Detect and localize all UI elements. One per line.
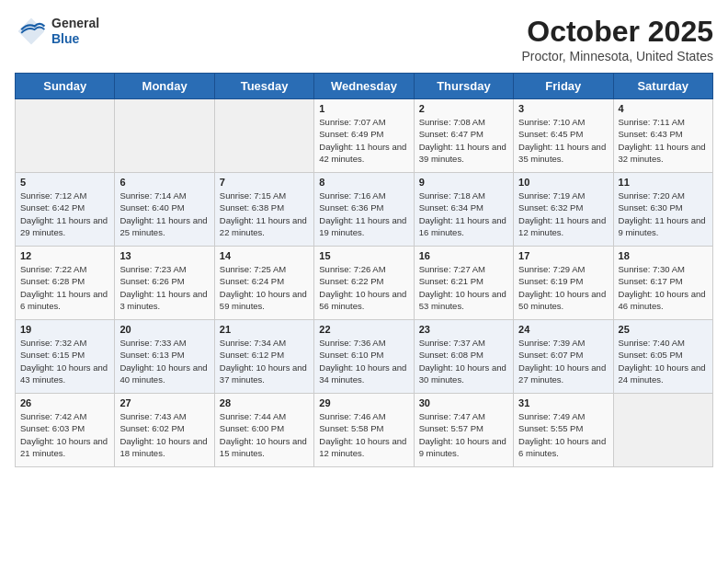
day-info: Sunrise: 7:07 AM Sunset: 6:49 PM Dayligh… (319, 116, 408, 165)
weekday-header: Wednesday (314, 74, 414, 99)
day-info: Sunrise: 7:10 AM Sunset: 6:45 PM Dayligh… (518, 116, 608, 165)
title-block: October 2025 Proctor, Minnesota, United … (521, 15, 713, 63)
day-number: 26 (20, 397, 109, 408)
day-info: Sunrise: 7:27 AM Sunset: 6:21 PM Dayligh… (419, 263, 508, 312)
calendar-subtitle: Proctor, Minnesota, United States (521, 49, 713, 63)
day-number: 15 (319, 250, 408, 261)
day-info: Sunrise: 7:22 AM Sunset: 6:28 PM Dayligh… (20, 263, 109, 312)
day-info: Sunrise: 7:40 AM Sunset: 6:05 PM Dayligh… (619, 337, 708, 385)
day-number: 28 (220, 397, 309, 408)
calendar-day-cell (16, 99, 115, 173)
calendar-day-cell: 13Sunrise: 7:23 AM Sunset: 6:26 PM Dayli… (115, 247, 214, 320)
day-info: Sunrise: 7:42 AM Sunset: 6:03 PM Dayligh… (20, 410, 109, 459)
calendar-day-cell: 21Sunrise: 7:34 AM Sunset: 6:12 PM Dayli… (214, 320, 313, 394)
page-header: General Blue October 2025 Proctor, Minne… (15, 15, 713, 63)
calendar-day-cell: 14Sunrise: 7:25 AM Sunset: 6:24 PM Dayli… (214, 247, 313, 320)
day-number: 30 (419, 397, 508, 408)
calendar-day-cell: 9Sunrise: 7:18 AM Sunset: 6:34 PM Daylig… (414, 173, 513, 247)
calendar-day-cell (613, 394, 712, 467)
weekday-header: Tuesday (214, 74, 313, 99)
day-number: 23 (419, 324, 508, 335)
day-info: Sunrise: 7:26 AM Sunset: 6:22 PM Dayligh… (319, 263, 408, 312)
calendar-day-cell: 2Sunrise: 7:08 AM Sunset: 6:47 PM Daylig… (414, 99, 513, 173)
calendar-day-cell: 6Sunrise: 7:14 AM Sunset: 6:40 PM Daylig… (115, 173, 214, 247)
weekday-header: Friday (514, 74, 613, 99)
day-info: Sunrise: 7:25 AM Sunset: 6:24 PM Dayligh… (220, 263, 309, 312)
weekday-header: Sunday (16, 74, 115, 99)
day-number: 20 (119, 324, 209, 335)
day-number: 2 (419, 103, 508, 114)
day-info: Sunrise: 7:46 AM Sunset: 5:58 PM Dayligh… (319, 410, 408, 459)
day-number: 11 (619, 177, 708, 188)
calendar-day-cell: 3Sunrise: 7:10 AM Sunset: 6:45 PM Daylig… (514, 99, 613, 173)
calendar-week-row: 12Sunrise: 7:22 AM Sunset: 6:28 PM Dayli… (16, 247, 713, 320)
day-number: 19 (20, 324, 109, 335)
day-info: Sunrise: 7:29 AM Sunset: 6:19 PM Dayligh… (518, 263, 608, 312)
day-info: Sunrise: 7:08 AM Sunset: 6:47 PM Dayligh… (419, 116, 508, 165)
weekday-header: Monday (115, 74, 214, 99)
day-number: 31 (518, 397, 608, 408)
day-info: Sunrise: 7:19 AM Sunset: 6:32 PM Dayligh… (518, 190, 608, 238)
calendar-day-cell: 25Sunrise: 7:40 AM Sunset: 6:05 PM Dayli… (613, 320, 712, 394)
calendar-week-row: 5Sunrise: 7:12 AM Sunset: 6:42 PM Daylig… (16, 173, 713, 247)
day-number: 16 (419, 250, 508, 261)
day-number: 25 (619, 324, 708, 335)
calendar-day-cell: 15Sunrise: 7:26 AM Sunset: 6:22 PM Dayli… (314, 247, 414, 320)
day-number: 13 (119, 250, 209, 261)
day-number: 8 (319, 177, 408, 188)
day-info: Sunrise: 7:20 AM Sunset: 6:30 PM Dayligh… (619, 190, 708, 238)
day-info: Sunrise: 7:37 AM Sunset: 6:08 PM Dayligh… (419, 337, 508, 385)
calendar-day-cell: 23Sunrise: 7:37 AM Sunset: 6:08 PM Dayli… (414, 320, 513, 394)
day-info: Sunrise: 7:43 AM Sunset: 6:02 PM Dayligh… (119, 410, 209, 459)
day-info: Sunrise: 7:14 AM Sunset: 6:40 PM Dayligh… (119, 190, 209, 238)
calendar-day-cell: 28Sunrise: 7:44 AM Sunset: 6:00 PM Dayli… (214, 394, 313, 467)
day-number: 22 (319, 324, 408, 335)
day-info: Sunrise: 7:34 AM Sunset: 6:12 PM Dayligh… (220, 337, 309, 385)
weekday-header: Thursday (414, 74, 513, 99)
calendar-day-cell: 20Sunrise: 7:33 AM Sunset: 6:13 PM Dayli… (115, 320, 214, 394)
day-info: Sunrise: 7:33 AM Sunset: 6:13 PM Dayligh… (119, 337, 209, 385)
day-number: 24 (518, 324, 608, 335)
calendar-day-cell: 1Sunrise: 7:07 AM Sunset: 6:49 PM Daylig… (314, 99, 414, 173)
weekday-header: Saturday (613, 74, 712, 99)
day-number: 7 (220, 177, 309, 188)
logo-text: General Blue (51, 16, 99, 47)
calendar-day-cell: 16Sunrise: 7:27 AM Sunset: 6:21 PM Dayli… (414, 247, 513, 320)
calendar-day-cell: 4Sunrise: 7:11 AM Sunset: 6:43 PM Daylig… (613, 99, 712, 173)
calendar-day-cell: 8Sunrise: 7:16 AM Sunset: 6:36 PM Daylig… (314, 173, 414, 247)
calendar-day-cell: 27Sunrise: 7:43 AM Sunset: 6:02 PM Dayli… (115, 394, 214, 467)
day-info: Sunrise: 7:47 AM Sunset: 5:57 PM Dayligh… (419, 410, 508, 459)
day-number: 21 (220, 324, 309, 335)
calendar-day-cell: 24Sunrise: 7:39 AM Sunset: 6:07 PM Dayli… (514, 320, 613, 394)
calendar-table: SundayMondayTuesdayWednesdayThursdayFrid… (15, 73, 713, 467)
calendar-week-row: 26Sunrise: 7:42 AM Sunset: 6:03 PM Dayli… (16, 394, 713, 467)
day-info: Sunrise: 7:11 AM Sunset: 6:43 PM Dayligh… (619, 116, 708, 165)
day-number: 4 (619, 103, 708, 114)
calendar-day-cell: 17Sunrise: 7:29 AM Sunset: 6:19 PM Dayli… (514, 247, 613, 320)
day-info: Sunrise: 7:18 AM Sunset: 6:34 PM Dayligh… (419, 190, 508, 238)
calendar-day-cell: 31Sunrise: 7:49 AM Sunset: 5:55 PM Dayli… (514, 394, 613, 467)
logo: General Blue (15, 15, 99, 48)
day-number: 9 (419, 177, 508, 188)
weekday-header-row: SundayMondayTuesdayWednesdayThursdayFrid… (16, 74, 713, 99)
day-number: 14 (220, 250, 309, 261)
day-info: Sunrise: 7:32 AM Sunset: 6:15 PM Dayligh… (20, 337, 109, 385)
day-number: 1 (319, 103, 408, 114)
day-number: 10 (518, 177, 608, 188)
logo-icon (15, 15, 48, 48)
calendar-week-row: 19Sunrise: 7:32 AM Sunset: 6:15 PM Dayli… (16, 320, 713, 394)
day-info: Sunrise: 7:49 AM Sunset: 5:55 PM Dayligh… (518, 410, 608, 459)
day-number: 18 (619, 250, 708, 261)
calendar-day-cell: 30Sunrise: 7:47 AM Sunset: 5:57 PM Dayli… (414, 394, 513, 467)
day-number: 27 (119, 397, 209, 408)
day-info: Sunrise: 7:15 AM Sunset: 6:38 PM Dayligh… (220, 190, 309, 238)
calendar-day-cell: 26Sunrise: 7:42 AM Sunset: 6:03 PM Dayli… (16, 394, 115, 467)
calendar-day-cell: 18Sunrise: 7:30 AM Sunset: 6:17 PM Dayli… (613, 247, 712, 320)
day-number: 5 (20, 177, 109, 188)
calendar-day-cell: 12Sunrise: 7:22 AM Sunset: 6:28 PM Dayli… (16, 247, 115, 320)
calendar-day-cell: 7Sunrise: 7:15 AM Sunset: 6:38 PM Daylig… (214, 173, 313, 247)
day-number: 29 (319, 397, 408, 408)
logo-blue-text: Blue (51, 31, 99, 47)
day-info: Sunrise: 7:16 AM Sunset: 6:36 PM Dayligh… (319, 190, 408, 238)
day-number: 17 (518, 250, 608, 261)
